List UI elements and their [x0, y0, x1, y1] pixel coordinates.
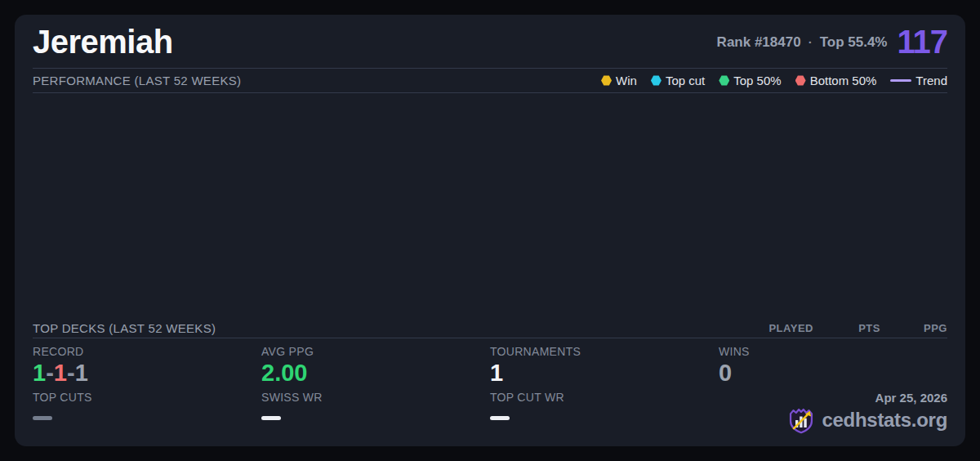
cedhstats-shield-logo-icon: [786, 405, 816, 435]
column-header-ppg: PPG: [880, 322, 947, 334]
stats-section: RECORD 1-1-1 AVG PPG 2.00 TOURNAMENTS 1 …: [33, 338, 947, 446]
legend-item-trend: Trend: [890, 74, 947, 87]
top-decks-header: TOP DECKS (LAST 52 WEEKS) PLAYED PTS PPG: [33, 319, 947, 338]
card-header: Jeremiah Rank #18470 · Top 55.4% 117: [33, 15, 947, 69]
record-draws: 1: [75, 360, 88, 386]
stats-row-2: TOP CUTS SWISS WR TOP CUT WR Apr 25, 202…: [33, 391, 947, 435]
player-score: 117: [897, 24, 947, 60]
tournaments-label: TOURNAMENTS: [490, 345, 719, 358]
legend-label: Top 50%: [733, 74, 781, 87]
avg-ppg-value: 2.00: [261, 360, 490, 385]
record-losses: 1: [54, 360, 67, 386]
top-cut-wr-value: [490, 416, 510, 420]
wins-label: WINS: [719, 345, 947, 358]
player-stats-card: Jeremiah Rank #18470 · Top 55.4% 117 PER…: [15, 15, 965, 446]
trend-line-icon: [890, 79, 911, 82]
win-dot-icon: [601, 75, 612, 86]
top-cuts-value: [33, 416, 52, 420]
chart-legend: Win Top cut Top 50% Bottom 50% Trend: [601, 74, 947, 87]
top-percent-label: Top 55.4%: [820, 34, 888, 51]
legend-label: Trend: [915, 74, 947, 87]
brand-wordmark: cedhstats.org: [822, 409, 947, 432]
performance-section-title: PERFORMANCE (LAST 52 WEEKS): [33, 74, 241, 87]
legend-label: Win: [616, 74, 637, 87]
brand-row: cedhstats.org: [786, 405, 947, 435]
record-separator: -: [46, 360, 54, 386]
top-decks-column-headers: PLAYED PTS PPG: [746, 322, 947, 334]
date-label: Apr 25, 2026: [875, 391, 947, 405]
stat-top-cut-wr: TOP CUT WR: [490, 391, 719, 435]
avg-ppg-label: AVG PPG: [261, 345, 490, 358]
top-50-dot-icon: [719, 75, 729, 86]
wins-value: 0: [719, 360, 947, 385]
column-header-pts: PTS: [813, 322, 880, 334]
tournaments-value: 1: [490, 360, 719, 385]
top-cut-dot-icon: [651, 75, 662, 86]
record-separator: -: [67, 360, 75, 386]
swiss-wr-label: SWISS WR: [261, 391, 490, 404]
rank-label: Rank #18470: [717, 34, 801, 51]
swiss-wr-value: [261, 416, 281, 420]
column-header-played: PLAYED: [746, 322, 813, 334]
record-label: RECORD: [33, 345, 261, 358]
rank-area: Rank #18470 · Top 55.4% 117: [717, 24, 947, 60]
record-wins: 1: [33, 360, 46, 386]
performance-header: PERFORMANCE (LAST 52 WEEKS) Win Top cut …: [33, 69, 947, 93]
top-decks-section-title: TOP DECKS (LAST 52 WEEKS): [33, 321, 216, 335]
legend-item-win: Win: [601, 74, 637, 87]
stat-swiss-wr: SWISS WR: [261, 391, 490, 435]
top-cut-wr-label: TOP CUT WR: [490, 391, 719, 404]
bottom-50-dot-icon: [795, 75, 806, 86]
rank-summary: Rank #18470 · Top 55.4%: [717, 34, 888, 51]
record-value: 1-1-1: [33, 360, 261, 385]
performance-chart-plot-area: [33, 93, 947, 319]
top-cuts-label: TOP CUTS: [33, 391, 261, 404]
stat-wins: WINS 0: [719, 345, 947, 385]
stat-tournaments: TOURNAMENTS 1: [490, 345, 719, 385]
legend-item-bottom-50: Bottom 50%: [795, 74, 877, 87]
legend-label: Bottom 50%: [810, 74, 877, 87]
legend-item-top-50: Top 50%: [719, 74, 781, 87]
stat-avg-ppg: AVG PPG 2.00: [261, 345, 490, 385]
page-title: Jeremiah: [33, 24, 173, 60]
stats-row-1: RECORD 1-1-1 AVG PPG 2.00 TOURNAMENTS 1 …: [33, 345, 947, 385]
legend-label: Top cut: [666, 74, 705, 87]
stat-record: RECORD 1-1-1: [33, 345, 261, 385]
stat-top-cuts: TOP CUTS: [33, 391, 261, 435]
legend-item-top-cut: Top cut: [651, 74, 705, 87]
card-footer: Apr 25, 2026 cedhstats.org: [719, 391, 947, 435]
dot-separator: ·: [808, 35, 813, 49]
